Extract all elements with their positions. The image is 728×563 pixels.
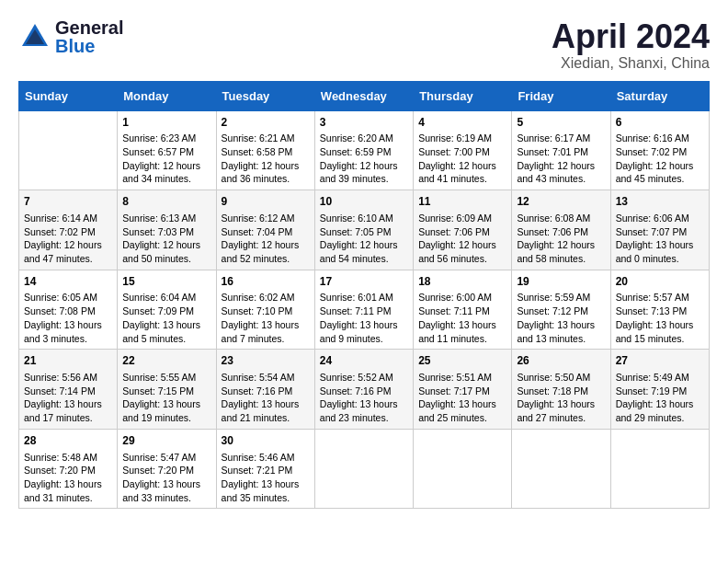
day-info-line: and 27 minutes.	[517, 411, 605, 425]
week-row-3: 21Sunrise: 5:56 AMSunset: 7:14 PMDayligh…	[19, 350, 710, 430]
day-number: 7	[24, 194, 112, 210]
day-info-line: Sunrise: 5:59 AM	[517, 291, 605, 304]
day-info-line: Sunset: 7:12 PM	[517, 304, 605, 318]
day-info-line: and 11 minutes.	[418, 332, 506, 346]
day-info-line: Sunrise: 6:01 AM	[320, 291, 408, 304]
weekday-header-row: SundayMondayTuesdayWednesdayThursdayFrid…	[19, 81, 710, 110]
day-info-line: Sunset: 7:07 PM	[616, 225, 704, 239]
day-info-line: and 21 minutes.	[222, 411, 310, 425]
day-cell: 15Sunrise: 6:04 AMSunset: 7:09 PMDayligh…	[118, 270, 216, 350]
day-cell: 27Sunrise: 5:49 AMSunset: 7:19 PMDayligh…	[610, 350, 709, 430]
day-info-line: Sunset: 7:20 PM	[122, 464, 210, 477]
day-number: 27	[616, 353, 704, 369]
day-info-line: Daylight: 13 hours	[616, 318, 704, 332]
day-info-line: Daylight: 12 hours	[418, 159, 506, 173]
day-cell: 13Sunrise: 6:06 AMSunset: 7:07 PMDayligh…	[610, 190, 709, 270]
month-title: April 2024	[552, 18, 710, 55]
day-info-line: Daylight: 13 hours	[24, 477, 112, 491]
day-cell: 6Sunrise: 6:16 AMSunset: 7:02 PMDaylight…	[610, 110, 709, 190]
day-cell: 12Sunrise: 6:08 AMSunset: 7:06 PMDayligh…	[512, 190, 610, 270]
day-info-line: Sunset: 7:16 PM	[320, 385, 408, 398]
day-info-line: and 7 minutes.	[222, 332, 310, 346]
day-cell: 2Sunrise: 6:21 AMSunset: 6:58 PMDaylight…	[216, 110, 314, 190]
day-cell	[512, 429, 610, 509]
day-number: 10	[320, 194, 408, 210]
day-cell: 5Sunrise: 6:17 AMSunset: 7:01 PMDaylight…	[512, 110, 610, 190]
day-number: 18	[418, 274, 506, 290]
day-info-line: Sunset: 7:13 PM	[616, 304, 704, 318]
day-info-line: Daylight: 12 hours	[24, 238, 112, 252]
day-info-line: Sunset: 7:11 PM	[320, 304, 408, 318]
day-number: 16	[222, 274, 310, 290]
day-info-line: Sunrise: 6:17 AM	[517, 132, 605, 145]
day-info-line: Sunrise: 5:50 AM	[517, 371, 605, 385]
day-info-line: Daylight: 13 hours	[122, 397, 210, 411]
day-info-line: Sunset: 6:59 PM	[320, 145, 408, 159]
day-info-line: and 41 minutes.	[418, 172, 506, 186]
day-cell: 18Sunrise: 6:00 AMSunset: 7:11 PMDayligh…	[414, 270, 512, 350]
day-info-line: and 31 minutes.	[24, 491, 112, 505]
day-info-line: Sunset: 7:16 PM	[222, 385, 310, 398]
day-number: 24	[320, 353, 408, 369]
day-info-line: Sunset: 7:15 PM	[122, 385, 210, 398]
day-info-line: Daylight: 12 hours	[517, 238, 605, 252]
day-info-line: Sunrise: 5:51 AM	[418, 371, 506, 385]
day-cell: 23Sunrise: 5:54 AMSunset: 7:16 PMDayligh…	[216, 350, 314, 430]
day-number: 20	[616, 274, 704, 290]
day-cell: 24Sunrise: 5:52 AMSunset: 7:16 PMDayligh…	[314, 350, 413, 430]
day-cell: 7Sunrise: 6:14 AMSunset: 7:02 PMDaylight…	[19, 190, 118, 270]
day-info-line: Sunrise: 5:57 AM	[616, 291, 704, 304]
day-info-line: and 54 minutes.	[320, 252, 408, 266]
day-info-line: Daylight: 13 hours	[320, 397, 408, 411]
day-info-line: Daylight: 13 hours	[616, 397, 704, 411]
week-row-1: 7Sunrise: 6:14 AMSunset: 7:02 PMDaylight…	[19, 190, 710, 270]
day-number: 13	[616, 194, 704, 210]
day-cell	[610, 429, 709, 509]
day-number: 15	[122, 274, 210, 290]
day-info-line: and 34 minutes.	[122, 172, 210, 186]
day-info-line: Sunset: 7:18 PM	[517, 385, 605, 398]
day-info-line: Sunset: 7:02 PM	[24, 225, 112, 239]
day-cell: 9Sunrise: 6:12 AMSunset: 7:04 PMDaylight…	[216, 190, 314, 270]
day-info-line: Sunset: 7:04 PM	[222, 225, 310, 239]
day-info-line: Daylight: 13 hours	[122, 477, 210, 491]
week-row-4: 28Sunrise: 5:48 AMSunset: 7:20 PMDayligh…	[19, 429, 710, 509]
day-number: 6	[616, 115, 704, 131]
day-number: 14	[24, 274, 112, 290]
day-info-line: and 19 minutes.	[122, 411, 210, 425]
logo-icon	[18, 20, 51, 53]
day-info-line: Sunrise: 6:19 AM	[418, 132, 506, 145]
day-info-line: Sunset: 7:17 PM	[418, 385, 506, 398]
week-row-0: 1Sunrise: 6:23 AMSunset: 6:57 PMDaylight…	[19, 110, 710, 190]
day-info-line: and 56 minutes.	[418, 252, 506, 266]
day-info-line: and 36 minutes.	[222, 172, 310, 186]
day-cell: 16Sunrise: 6:02 AMSunset: 7:10 PMDayligh…	[216, 270, 314, 350]
day-info-line: Daylight: 12 hours	[222, 159, 310, 173]
day-cell: 29Sunrise: 5:47 AMSunset: 7:20 PMDayligh…	[118, 429, 216, 509]
day-cell: 14Sunrise: 6:05 AMSunset: 7:08 PMDayligh…	[19, 270, 118, 350]
day-info-line: Sunset: 7:00 PM	[418, 145, 506, 159]
day-info-line: Daylight: 13 hours	[24, 318, 112, 332]
day-info-line: Sunrise: 5:56 AM	[24, 371, 112, 385]
day-info-line: Sunrise: 5:46 AM	[222, 451, 310, 465]
day-info-line: Sunrise: 6:06 AM	[616, 212, 704, 225]
title-area: April 2024 Xiedian, Shanxi, China	[552, 18, 710, 72]
day-info-line: Daylight: 12 hours	[122, 159, 210, 173]
day-info-line: Sunset: 7:06 PM	[517, 225, 605, 239]
day-info-line: Sunset: 7:10 PM	[222, 304, 310, 318]
day-cell	[314, 429, 413, 509]
weekday-header-monday: Monday	[118, 81, 216, 110]
day-info-line: Sunrise: 6:08 AM	[517, 212, 605, 225]
header: General Blue April 2024 Xiedian, Shanxi,…	[18, 18, 710, 72]
day-info-line: Sunrise: 5:55 AM	[122, 371, 210, 385]
logo: General Blue	[18, 18, 123, 55]
logo-general-text: General	[55, 18, 123, 37]
day-info-line: Daylight: 13 hours	[122, 318, 210, 332]
day-number: 30	[222, 433, 310, 449]
day-info-line: Sunrise: 6:02 AM	[222, 291, 310, 304]
week-row-2: 14Sunrise: 6:05 AMSunset: 7:08 PMDayligh…	[19, 270, 710, 350]
day-info-line: Daylight: 13 hours	[222, 397, 310, 411]
day-number: 2	[222, 115, 310, 131]
day-cell: 11Sunrise: 6:09 AMSunset: 7:06 PMDayligh…	[414, 190, 512, 270]
day-info-line: Sunset: 7:14 PM	[24, 385, 112, 398]
